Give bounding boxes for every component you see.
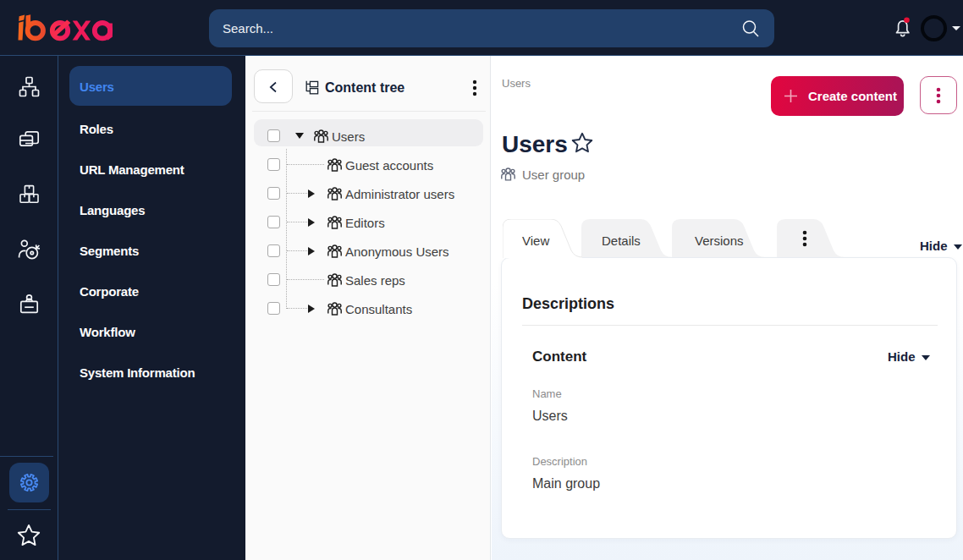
svg-text:View: View (522, 233, 549, 248)
svg-text:Versions: Versions (695, 233, 744, 248)
svg-text:Details: Details (602, 233, 641, 248)
